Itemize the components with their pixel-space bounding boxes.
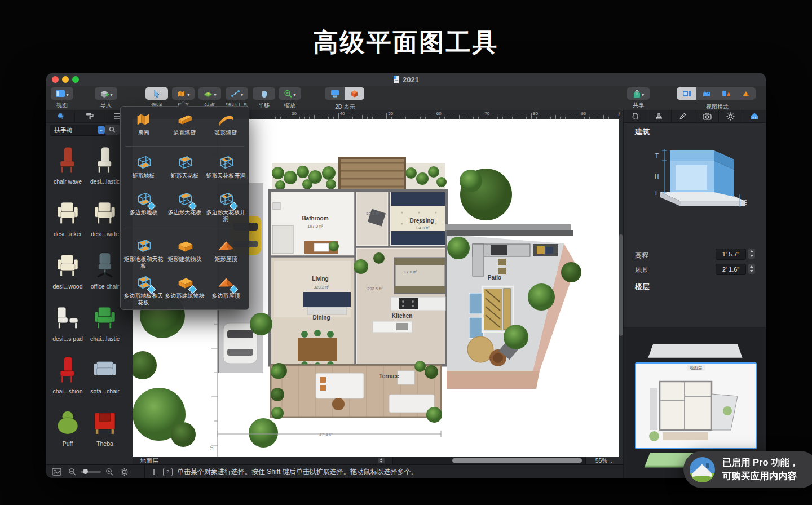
build-menu-item[interactable]: 房间 [123, 111, 164, 136]
build-menu-label: 房间 [123, 130, 164, 136]
build-menu-label: 多边形天花板 [164, 209, 205, 216]
display-2d-monitor-button[interactable] [325, 87, 345, 100]
zoom-tool-button[interactable]: 缩放 [277, 87, 302, 109]
build-menu-item[interactable]: 弧形墙壁 [205, 111, 246, 136]
sun-icon [726, 112, 735, 121]
furniture-label: office chair [86, 283, 123, 290]
furniture-item[interactable]: office chair [86, 247, 123, 290]
furniture-item[interactable]: desi...s pad [49, 299, 86, 342]
furniture-item[interactable]: sofa...chair [86, 352, 123, 395]
horizontal-scrollbar-handle[interactable] [452, 458, 582, 463]
ruler-label: 50 [388, 111, 393, 116]
zoom-level-control[interactable]: 55% [585, 457, 623, 464]
inspector-tab-building[interactable] [743, 110, 766, 122]
gear-icon[interactable] [120, 468, 129, 476]
build-menu-item[interactable]: 多边形地板和天花板 [123, 274, 164, 306]
furniture-item[interactable]: desi...wood [49, 247, 86, 290]
import-button[interactable]: 导入 [94, 87, 118, 109]
zoom-level-value: 55% [595, 457, 607, 464]
furniture-item[interactable]: Puff [49, 404, 86, 447]
furniture-item[interactable]: desi...icker [49, 194, 86, 237]
app-logo-icon [689, 457, 716, 483]
foundation-stepper[interactable] [748, 264, 755, 274]
preview-image-icon[interactable] [52, 468, 61, 476]
display-2d-cube-button[interactable] [345, 87, 364, 100]
floor-stepper[interactable] [378, 458, 385, 463]
inspector-tab-edit[interactable] [672, 110, 695, 122]
build-menu-item[interactable]: 多边形地板 [123, 191, 164, 216]
floor-card-ground[interactable]: 地面层 [635, 362, 757, 449]
viewmode-segment [677, 87, 756, 100]
viewmode-3d-icon [742, 90, 751, 98]
share-button[interactable]: 共享 [626, 87, 651, 109]
pro-notification[interactable]: 已启用 Pro 功能， 可购买应用内内容 [683, 451, 812, 488]
inspector-tab-materials[interactable] [647, 110, 671, 122]
inspector-tab-light[interactable] [719, 110, 743, 122]
view-button[interactable]: 视图 [50, 87, 74, 109]
ruler-tick [266, 115, 266, 119]
sidebar-tab-materials[interactable] [75, 110, 104, 122]
inspector-tab-arrange[interactable] [624, 110, 647, 122]
build-menu-item[interactable]: 多边形屋顶 [205, 274, 246, 299]
stamp-icon [655, 112, 663, 120]
pan-button[interactable]: 平移 [251, 87, 276, 109]
build-menu-label: 笔直墙壁 [164, 130, 205, 136]
build-menu-icon [205, 237, 246, 254]
upper-floor-sheet[interactable] [648, 344, 742, 358]
foundation-value[interactable]: 2' 1.6" [716, 264, 746, 275]
viewmode-plan-button[interactable] [677, 87, 696, 100]
viewmode-split-button[interactable] [716, 87, 736, 100]
build-menu-item[interactable]: 矩形地板 [123, 154, 164, 179]
build-menu-item[interactable]: 多边形建筑物块 [164, 274, 205, 299]
build-menu-item[interactable]: 矩形地板和天花板 [123, 237, 164, 269]
pergola [339, 158, 405, 194]
room-label: Dining [312, 314, 330, 321]
magnifier-plus-icon [284, 90, 293, 98]
furniture-item[interactable]: chair wave [49, 142, 86, 185]
view-panels-icon [55, 90, 65, 98]
display-2d-segment [325, 87, 364, 100]
help-icon[interactable]: ? [163, 468, 173, 476]
room-label: Patio [488, 274, 501, 281]
viewmode-3d-button[interactable] [736, 87, 756, 100]
build-menu-item[interactable]: 矩形天花板 [164, 154, 205, 179]
zoom-slider[interactable] [81, 471, 101, 473]
vertical-scrollbar-handle[interactable] [619, 234, 623, 336]
ruler-tick [338, 113, 339, 119]
build-menu-icon [205, 274, 246, 291]
furniture-label: desi...wide [86, 231, 123, 237]
floor-selector-tab[interactable]: 地面层 [133, 457, 393, 464]
zoom-in-icon[interactable] [105, 468, 113, 476]
furniture-item[interactable]: Theba [86, 404, 123, 447]
furniture-item[interactable]: chai...lastic [86, 299, 123, 342]
furniture-item[interactable]: desi...wide [86, 194, 123, 237]
viewmode-plan-icon [682, 90, 691, 98]
build-menu-item[interactable]: 矩形屋顶 [205, 237, 246, 263]
info-icon[interactable]: i [618, 110, 623, 118]
sidebar-tab-furniture[interactable] [46, 110, 75, 122]
elevation-stepper[interactable] [748, 249, 755, 259]
elevation-value[interactable]: 1' 5.7" [716, 249, 746, 260]
category-select[interactable]: 扶手椅⌄ [50, 125, 107, 136]
furniture-thumbnail [49, 404, 86, 437]
build-menu-item[interactable]: 多边形天花板 [164, 191, 205, 216]
zoom-slider-handle[interactable] [83, 469, 88, 474]
horizontal-scrollbar[interactable] [393, 457, 585, 464]
zoom-out-icon[interactable] [68, 468, 76, 476]
elevation-label: 高程 [635, 251, 648, 260]
vertical-scrollbar[interactable] [619, 119, 623, 457]
build-menu-item[interactable]: 矩形建筑物块 [164, 237, 205, 263]
inspector-tab-camera[interactable] [695, 110, 719, 122]
furniture-item[interactable]: chai...shion [49, 352, 86, 395]
statusbar-grip[interactable] [151, 469, 157, 475]
build-menu-item[interactable]: 多边形天花板开洞 [205, 191, 246, 223]
build-menu-item[interactable]: 矩形天花板开洞 [205, 154, 246, 179]
furniture-item[interactable]: desi...lastic [86, 142, 123, 185]
inspector-tabbar [624, 110, 766, 123]
build-menu-item[interactable]: 笔直墙壁 [164, 111, 205, 136]
viewmode-elevation-button[interactable] [696, 87, 716, 100]
inspector-panel: 建筑 T H F E 高程 1' 5.7" 地基 2' 1.6" [623, 110, 766, 478]
build-menu-label: 矩形地板和天花板 [123, 256, 164, 269]
search-button[interactable] [105, 125, 120, 135]
room-label: Living [312, 276, 328, 282]
